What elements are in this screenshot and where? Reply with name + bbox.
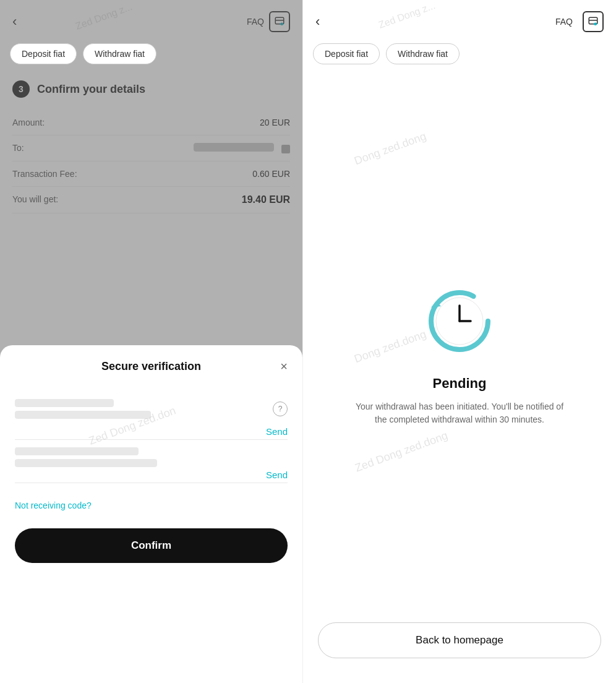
modal-title: Secure verification [101, 360, 201, 373]
input-row-1: ? [15, 390, 288, 424]
input-group-1: ? Send [15, 390, 288, 440]
divider-1 [15, 439, 288, 440]
input-fake-1[interactable] [15, 399, 267, 419]
input-bar-2b [15, 459, 157, 467]
input-group-2: Send [15, 447, 288, 483]
secure-verification-modal: Secure verification × Zed Dong zed.don ?… [0, 345, 302, 683]
confirm-button[interactable]: Confirm [15, 528, 288, 563]
divider-2 [15, 483, 288, 483]
tabs-row: Deposit fiat Withdraw fiat [0, 43, 302, 64]
tab-deposit-fiat[interactable]: Deposit fiat [10, 43, 77, 64]
pending-desc: Your withdrawal has been initiated. You'… [354, 400, 565, 426]
send-button-2[interactable]: Send [15, 470, 288, 480]
right-watermark-top: Zed Dong z... [377, 0, 437, 31]
input-bar-1b [15, 411, 151, 419]
send-button-1[interactable]: Send [15, 426, 288, 437]
right-faq-link[interactable]: FAQ [555, 17, 573, 27]
modal-close-button[interactable]: × [280, 359, 288, 374]
input-fake-3[interactable] [15, 459, 288, 467]
not-receiving-link[interactable]: Not receiving code? [15, 500, 92, 510]
modal-header: Secure verification × [15, 360, 288, 373]
right-panel: ‹ Zed Dong z... FAQ Deposit fiat Withdra… [302, 0, 616, 683]
left-panel: ‹ Zed Dong z... FAQ Deposit fiat Withdra… [0, 0, 302, 683]
right-notification-icon[interactable] [583, 11, 604, 32]
pending-content: Pending Your withdrawal has been initiat… [303, 27, 616, 683]
pending-title: Pending [433, 376, 487, 392]
tab-withdraw-fiat[interactable]: Withdraw fiat [83, 43, 156, 64]
help-icon-1[interactable]: ? [273, 402, 288, 416]
input-bar-1a [15, 399, 114, 407]
svg-point-5 [594, 23, 597, 26]
input-bar-2a [15, 447, 139, 455]
clock-icon [422, 284, 497, 358]
input-fake-2[interactable] [15, 447, 288, 455]
back-homepage-button[interactable]: Back to homepage [318, 622, 601, 658]
